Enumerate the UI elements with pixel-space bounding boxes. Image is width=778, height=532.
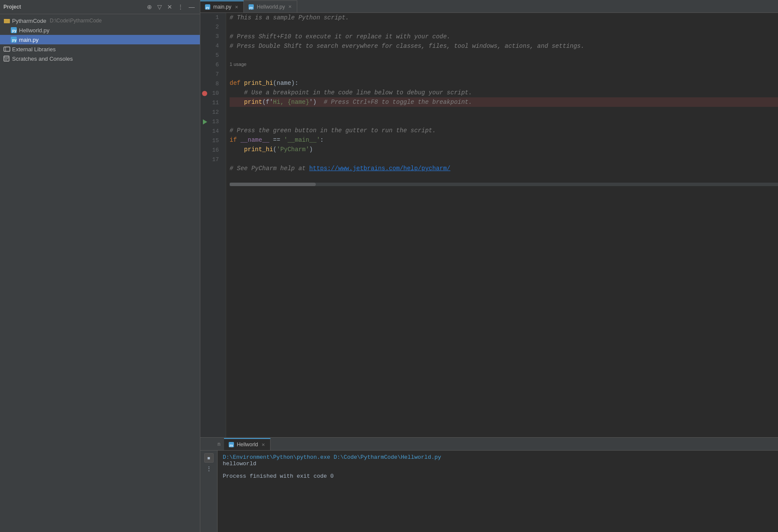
scratches-icon <box>3 55 10 62</box>
code-line-11 <box>230 116 778 126</box>
tab-hellworld-py[interactable]: py Hellworld.py ✕ <box>244 0 297 12</box>
tab-main-py[interactable]: py main.py ✕ <box>200 0 244 12</box>
line-num-1: 1 <box>200 13 222 22</box>
tree-pytharmcode-path: D:\Code\PytharmCode <box>50 18 102 24</box>
ide-layout: Project ⊕ ▽ ✕ ⋮ — PytharmCode D:\Code\Py… <box>0 0 778 532</box>
bottom-left-label: n <box>218 441 221 447</box>
line-num-3: 3 <box>200 32 222 41</box>
code-line-8: # Use a breakpoint in the code line belo… <box>230 88 778 97</box>
terminal-output: D:\Environment\Python\python.exe D:\Code… <box>218 451 778 532</box>
run-gutter-icon[interactable] <box>203 119 207 124</box>
python-file-icon-main: py <box>10 36 17 43</box>
tree-hellworld-label: Hellworld.py <box>19 27 50 34</box>
line-gutter: 1 2 3 4 5 6 7 8 10 11 12 <box>200 13 226 437</box>
code-line-10 <box>230 107 778 116</box>
sidebar-more-btn[interactable]: ⋮ <box>176 3 185 11</box>
tab-python-icon-main: py <box>205 4 211 10</box>
sidebar-close-btn[interactable]: ✕ <box>165 3 174 11</box>
tree-item-main[interactable]: py main.py <box>0 35 200 44</box>
line-num-12: 12 <box>200 108 222 117</box>
code-content-area[interactable]: # This is a sample Python script. # Pres… <box>226 13 778 437</box>
line-num-7: 7 <box>200 70 222 79</box>
usage-label: 1 usage <box>230 60 778 69</box>
python-file-icon: py <box>10 27 17 34</box>
svg-text:py: py <box>206 6 209 9</box>
tab-python-icon-hellworld: py <box>248 4 254 10</box>
bottom-content: ■ ⋮ D:\Environment\Python\python.exe D:\… <box>200 451 778 532</box>
editor-container: py main.py ✕ py Hellworld.py ✕ 1 <box>200 0 778 532</box>
sidebar-header: Project ⊕ ▽ ✕ ⋮ — <box>0 0 200 14</box>
terminal-path-line: D:\Environment\Python\python.exe D:\Code… <box>223 454 773 460</box>
project-sidebar: Project ⊕ ▽ ✕ ⋮ — PytharmCode D:\Code\Py… <box>0 0 200 532</box>
bottom-sidebar: ■ ⋮ <box>200 451 218 532</box>
tree-item-pytharmcode[interactable]: PytharmCode D:\Code\PytharmCode <box>0 16 200 25</box>
line-num-14: 14 <box>200 127 222 136</box>
tree-main-label: main.py <box>19 37 39 43</box>
stop-btn[interactable]: ■ <box>204 453 214 463</box>
code-line-16: # See PyCharm help at https://www.jetbra… <box>230 164 778 173</box>
bottom-tab-close[interactable]: ✕ <box>261 442 266 448</box>
terminal-path-text: D:\Environment\Python\python.exe D:\Code… <box>223 454 441 460</box>
tree-pytharmcode-label: PytharmCode <box>12 18 46 24</box>
svg-text:py: py <box>12 28 17 33</box>
bottom-tab-label: Hellworld <box>237 442 258 448</box>
bottom-tab-python-icon: py <box>228 442 234 448</box>
line-num-15: 15 <box>200 136 222 146</box>
sidebar-collapse-btn[interactable]: ▽ <box>156 3 164 11</box>
code-line-5 <box>230 51 778 60</box>
tab-hellworld-label: Hellworld.py <box>257 4 285 10</box>
svg-text:py: py <box>229 444 233 447</box>
more-vert-btn[interactable]: ⋮ <box>204 464 214 473</box>
line-num-16: 16 <box>200 146 222 155</box>
line-num-5: 5 <box>200 51 222 60</box>
terminal-spacer <box>223 467 773 473</box>
svg-rect-5 <box>4 47 10 51</box>
code-line-12: # Press the green button in the gutter t… <box>230 126 778 135</box>
code-line-7: def print_hi(name): <box>230 78 778 88</box>
tree-item-scratches[interactable]: Scratches and Consoles <box>0 54 200 63</box>
code-editor[interactable]: 1 2 3 4 5 6 7 8 10 11 12 <box>200 13 778 437</box>
line-num-10: 10 <box>200 89 222 98</box>
editor-tab-bar: py main.py ✕ py Hellworld.py ✕ <box>200 0 778 13</box>
terminal-exit-line: Process finished with exit code 0 <box>223 473 773 479</box>
line-num-13: 13 <box>200 117 222 127</box>
sidebar-project-label: Project <box>3 4 21 10</box>
terminal-helloworld: helloworld <box>223 460 256 467</box>
sidebar-controls: ⊕ ▽ ✕ ⋮ — <box>145 3 196 11</box>
folder-icon <box>3 17 10 24</box>
tab-main-label: main.py <box>213 4 231 10</box>
libraries-icon <box>3 46 10 53</box>
tab-hellworld-close[interactable]: ✕ <box>287 4 293 9</box>
line-num-8: 8 <box>200 79 222 89</box>
line-num-11: 11 <box>200 98 222 108</box>
code-line-2 <box>230 22 778 32</box>
pycharm-help-link[interactable]: https://www.jetbrains.com/help/pycharm/ <box>309 165 451 172</box>
line-num-6: 6 <box>200 60 222 70</box>
tree-item-hellworld[interactable]: py Hellworld.py <box>0 25 200 35</box>
code-line-1: # This is a sample Python script. <box>230 13 778 22</box>
svg-text:py: py <box>12 38 17 42</box>
tree-scratches-label: Scratches and Consoles <box>12 56 73 62</box>
terminal-exit-text: Process finished with exit code 0 <box>223 473 333 479</box>
editor-area: py main.py ✕ py Hellworld.py ✕ 1 <box>200 0 778 437</box>
horizontal-scrollbar[interactable] <box>230 183 778 186</box>
code-line-14: print_hi('PyCharm') <box>230 145 778 154</box>
line-num-2: 2 <box>200 22 222 32</box>
tree-item-external-libs[interactable]: External Libraries <box>0 44 200 54</box>
sidebar-target-btn[interactable]: ⊕ <box>145 3 154 11</box>
terminal-output-line: helloworld <box>223 460 773 467</box>
code-line-9: print(f'Hi, {name}') # Press Ctrl+F8 to … <box>230 97 778 107</box>
tree-libs-label: External Libraries <box>12 46 56 53</box>
code-line-17 <box>230 173 778 183</box>
bottom-tab-hellworld[interactable]: py Hellworld ✕ <box>224 438 271 450</box>
line-num-17: 17 <box>200 155 222 165</box>
bottom-tab-bar: n py Hellworld ✕ <box>200 438 778 451</box>
sidebar-minimize-btn[interactable]: — <box>187 3 196 11</box>
scrollbar-thumb[interactable] <box>230 183 316 186</box>
tab-main-close[interactable]: ✕ <box>234 4 239 10</box>
code-line-13: if __name__ == '__main__': <box>230 135 778 145</box>
line-num-4: 4 <box>200 41 222 51</box>
file-tree: PytharmCode D:\Code\PytharmCode py Hellw… <box>0 14 200 532</box>
code-line-6 <box>230 69 778 78</box>
svg-text:py: py <box>249 6 253 9</box>
